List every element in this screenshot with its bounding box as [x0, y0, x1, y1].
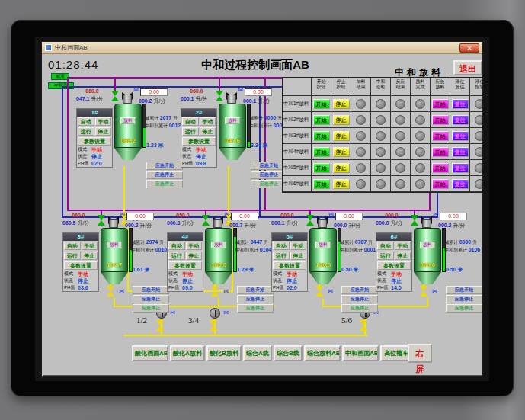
- valve-tag-icon: ⋈: [328, 288, 333, 293]
- reactor-tank: 放料 120.0: [309, 219, 343, 295]
- emergency-stop-button[interactable]: 应急停止: [341, 295, 378, 303]
- run-button[interactable]: 运行: [78, 127, 94, 136]
- auto-button[interactable]: 自动: [273, 242, 290, 250]
- level-reset-button[interactable]: 复位: [452, 115, 469, 125]
- alkali-total-value: 0447: [251, 239, 263, 245]
- emergency-discharge-button[interactable]: 开始: [432, 147, 449, 157]
- params-button[interactable]: 参数设置: [182, 137, 216, 146]
- params-button[interactable]: 参数设置: [377, 261, 411, 270]
- tank-discharge-button[interactable]: 放料: [225, 117, 240, 124]
- start-button[interactable]: 开始: [313, 99, 330, 109]
- manual-button[interactable]: 手动: [82, 242, 98, 250]
- row-label: 中和2#放料: [283, 112, 312, 128]
- run-button[interactable]: 运行: [64, 252, 81, 260]
- emergency-discharge-button[interactable]: 开始: [432, 115, 449, 125]
- emergency-stop2-button[interactable]: 应急停止: [446, 304, 482, 313]
- totalizer-stats: 碱累计 2677 升 中和剂累计 0012 升: [145, 114, 184, 130]
- stop-button[interactable]: 停止: [200, 127, 216, 136]
- agitator-motor-icon: [109, 219, 118, 228]
- nav-button[interactable]: 中和画面AB: [342, 345, 379, 361]
- column-header: 中和 造粒: [371, 78, 391, 96]
- stop-button[interactable]: 停止: [186, 252, 203, 260]
- hmi-screen: 01:28:44 中和过程控制画面AB 中和放料 退出 碱液 中和剂: [42, 54, 482, 375]
- stop-button[interactable]: 停止: [333, 179, 350, 189]
- discharge-main: [123, 335, 367, 336]
- emergency-discharge-button[interactable]: 开始: [432, 163, 449, 173]
- stop-button[interactable]: 停止: [333, 99, 350, 109]
- stop-button[interactable]: 停止: [333, 163, 350, 173]
- start-button[interactable]: 开始: [313, 115, 330, 125]
- tank-discharge-button[interactable]: 放料: [315, 242, 331, 248]
- emergency-stop-button[interactable]: 应急停止: [446, 295, 482, 303]
- run-button[interactable]: 运行: [273, 252, 290, 260]
- emergency-stop2-button[interactable]: 应急停止: [341, 304, 378, 313]
- emergency-start-button[interactable]: 应急开始: [133, 286, 169, 294]
- unit-control-panel: 2# 自动 手动 运行 停止 参数设置 模式手动 状态停止: [181, 108, 217, 168]
- emergency-stop2-button[interactable]: 应急停止: [237, 304, 274, 313]
- tank-discharge-button[interactable]: 放料: [107, 242, 122, 248]
- auto-button[interactable]: 自动: [64, 242, 81, 250]
- emergency-start-button[interactable]: 应急开始: [446, 286, 482, 294]
- right-screen-button[interactable]: 右屏: [408, 344, 432, 363]
- ph-value: 02.0: [91, 161, 102, 166]
- stop-button[interactable]: 停止: [95, 127, 112, 136]
- tank-discharge-button[interactable]: 放料: [211, 242, 226, 248]
- stop-button[interactable]: 停止: [82, 252, 98, 260]
- emergency-stop-button[interactable]: 应急停止: [146, 171, 183, 179]
- auto-button[interactable]: 自动: [168, 242, 185, 250]
- emergency-discharge-button[interactable]: 开始: [432, 179, 449, 189]
- emergency-start-button[interactable]: 应急开始: [237, 286, 274, 294]
- params-button[interactable]: 参数设置: [273, 261, 306, 270]
- stop-button[interactable]: 停止: [333, 115, 350, 125]
- manual-button[interactable]: 手动: [200, 117, 216, 126]
- stop-button[interactable]: 停止: [290, 252, 307, 260]
- manual-button[interactable]: 手动: [95, 117, 112, 126]
- emergency-stop2-button[interactable]: 应急停止: [133, 304, 169, 313]
- stop-button[interactable]: 停止: [395, 252, 411, 260]
- agitator-motor-icon: [213, 219, 222, 228]
- manual-button[interactable]: 手动: [290, 242, 307, 250]
- nav-button[interactable]: 综合放料AB: [304, 345, 341, 361]
- emergency-stop-button[interactable]: 应急停止: [133, 295, 169, 303]
- discharge-valve-icon: [211, 286, 219, 291]
- nav-button[interactable]: 酸化B放料: [206, 345, 242, 361]
- stop-button[interactable]: 停止: [333, 147, 350, 157]
- emergency-start-button[interactable]: 应急开始: [146, 162, 183, 170]
- auto-button[interactable]: 自动: [78, 117, 94, 126]
- tank-discharge-button[interactable]: 放料: [420, 242, 435, 248]
- params-button[interactable]: 参数设置: [168, 261, 202, 270]
- valve-tag-icon: ⋈: [433, 211, 438, 216]
- emergency-discharge-button[interactable]: 开始: [432, 131, 449, 141]
- emergency-stop-button[interactable]: 应急停止: [237, 295, 274, 303]
- params-button[interactable]: 参数设置: [78, 137, 111, 146]
- emergency-start-button[interactable]: 应急开始: [341, 286, 378, 294]
- stop-button[interactable]: 停止: [333, 131, 350, 141]
- manual-button[interactable]: 手动: [395, 242, 411, 250]
- reactor-tank: 放料 102.7: [101, 219, 134, 295]
- start-button[interactable]: 开始: [313, 179, 330, 189]
- auto-button[interactable]: 自动: [377, 242, 394, 250]
- exit-button[interactable]: 退出: [453, 60, 482, 75]
- nav-button[interactable]: 酸化画面AB: [132, 345, 168, 361]
- start-button[interactable]: 开始: [313, 147, 330, 157]
- level-reset-button[interactable]: 复位: [452, 99, 469, 109]
- start-button[interactable]: 开始: [313, 131, 330, 141]
- tank-discharge-button[interactable]: 放料: [120, 117, 136, 124]
- nav-button[interactable]: 综合A线: [243, 345, 272, 361]
- auto-button[interactable]: 自动: [182, 117, 199, 126]
- nav-button[interactable]: 综合B线: [274, 345, 303, 361]
- level-reset-button[interactable]: 复位: [452, 147, 469, 157]
- run-button[interactable]: 运行: [168, 252, 185, 260]
- level-reset-button[interactable]: 复位: [452, 163, 469, 173]
- level-reset-button[interactable]: 复位: [452, 179, 469, 189]
- close-icon[interactable]: ✕: [459, 43, 479, 53]
- params-button[interactable]: 参数设置: [64, 261, 98, 270]
- run-button[interactable]: 运行: [377, 252, 394, 260]
- nav-button[interactable]: 酸化A放料: [170, 345, 205, 361]
- level-reset-button[interactable]: 复位: [452, 131, 469, 141]
- run-button[interactable]: 运行: [182, 127, 199, 136]
- start-button[interactable]: 开始: [313, 163, 330, 173]
- emergency-stop2-button[interactable]: 应急停止: [146, 180, 183, 188]
- emergency-discharge-button[interactable]: 开始: [432, 99, 449, 109]
- manual-button[interactable]: 手动: [186, 242, 203, 250]
